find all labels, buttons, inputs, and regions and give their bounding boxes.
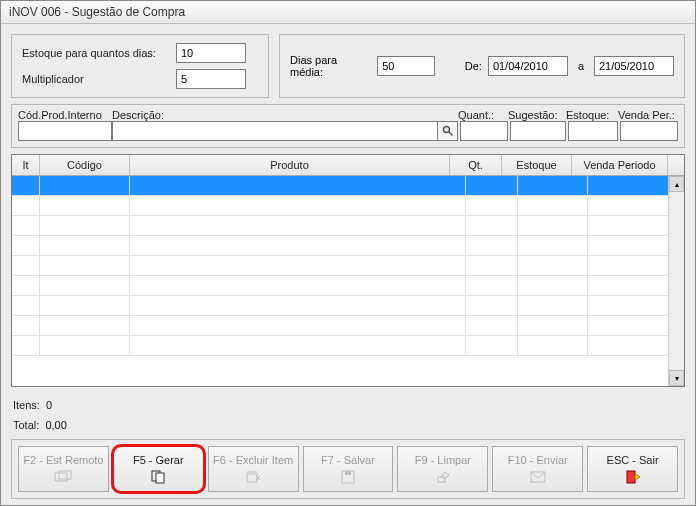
window-title: iNOV 006 - Sugestão de Compra	[1, 1, 695, 24]
itens-value: 0	[46, 399, 52, 411]
vertical-scrollbar[interactable]: ▴ ▾	[668, 176, 684, 386]
estoque-dias-label: Estoque para quantos dias:	[22, 47, 172, 59]
svg-point-0	[443, 127, 449, 133]
delete-icon	[244, 469, 262, 485]
svg-rect-5	[156, 473, 164, 483]
scroll-down-icon[interactable]: ▾	[669, 370, 684, 386]
svg-rect-11	[345, 471, 351, 475]
table-row[interactable]	[12, 316, 684, 336]
estoque-input[interactable]	[568, 121, 618, 141]
vendaper-label: Venda Per.:	[618, 109, 678, 121]
svg-marker-16	[635, 474, 640, 480]
clear-icon	[434, 469, 452, 485]
search-icon[interactable]	[438, 121, 458, 141]
total-status: Total: 0,00	[13, 419, 685, 431]
svg-rect-15	[627, 471, 635, 483]
col-header-spacer	[668, 155, 684, 175]
generate-icon	[149, 469, 167, 485]
content-area: Estoque para quantos dias: Multiplicador…	[1, 24, 695, 505]
top-params-row: Estoque para quantos dias: Multiplicador…	[11, 34, 685, 98]
dias-media-input[interactable]	[377, 56, 435, 76]
grid-header: It Código Produto Qt. Estoque Venda Peri…	[12, 155, 684, 176]
send-icon	[529, 469, 547, 485]
de-date-input[interactable]	[488, 56, 568, 76]
quant-label: Quant.:	[458, 109, 508, 121]
total-label: Total:	[13, 419, 39, 431]
col-header-qt[interactable]: Qt.	[450, 155, 502, 175]
esc-sair-button[interactable]: ESC - Sair	[587, 446, 678, 492]
f6-excluir-item-button[interactable]: F6 - Excluir Item	[208, 446, 299, 492]
function-button-bar: F2 - Est Remoto F5 - Gerar F6 - Excluir …	[11, 439, 685, 499]
table-row[interactable]	[12, 176, 684, 196]
estoque-label: Estoque:	[566, 109, 618, 121]
date-params-panel: Dias para média: De: a	[279, 34, 685, 98]
f7-label: F7 - Salvar	[321, 454, 375, 466]
svg-line-1	[448, 132, 452, 136]
f9-label: F9 - Limpar	[415, 454, 471, 466]
f5-gerar-button[interactable]: F5 - Gerar	[113, 446, 204, 492]
vendaper-input[interactable]	[620, 121, 678, 141]
multiplicador-input[interactable]	[176, 69, 246, 89]
f10-enviar-button[interactable]: F10 - Enviar	[492, 446, 583, 492]
table-row[interactable]	[12, 256, 684, 276]
scroll-up-icon[interactable]: ▴	[669, 176, 684, 192]
estoque-dias-input[interactable]	[176, 43, 246, 63]
svg-rect-6	[247, 474, 257, 482]
total-value: 0,00	[45, 419, 66, 431]
quant-input[interactable]	[460, 121, 508, 141]
svg-rect-2	[55, 473, 67, 481]
desc-label: Descrição:	[112, 109, 458, 121]
itens-label: Itens:	[13, 399, 40, 411]
table-row[interactable]	[12, 276, 684, 296]
table-row[interactable]	[12, 236, 684, 256]
f2-label: F2 - Est Remoto	[23, 454, 103, 466]
a-date-input[interactable]	[594, 56, 674, 76]
col-header-it[interactable]: It	[12, 155, 40, 175]
exit-icon	[624, 469, 642, 485]
itens-status: Itens: 0	[13, 399, 685, 411]
table-row[interactable]	[12, 336, 684, 356]
cod-input[interactable]	[18, 121, 112, 141]
f5-label: F5 - Gerar	[133, 454, 184, 466]
f10-label: F10 - Enviar	[508, 454, 568, 466]
svg-rect-3	[59, 471, 71, 479]
f9-limpar-button[interactable]: F9 - Limpar	[397, 446, 488, 492]
sugestao-input[interactable]	[510, 121, 566, 141]
app-window: iNOV 006 - Sugestão de Compra Estoque pa…	[0, 0, 696, 506]
sugestao-label: Sugestão:	[508, 109, 566, 121]
table-row[interactable]	[12, 196, 684, 216]
f2-est-remoto-button[interactable]: F2 - Est Remoto	[18, 446, 109, 492]
dias-media-label: Dias para média:	[290, 54, 371, 78]
products-grid[interactable]: It Código Produto Qt. Estoque Venda Peri…	[11, 154, 685, 387]
esc-label: ESC - Sair	[607, 454, 659, 466]
de-label: De:	[465, 60, 482, 72]
f6-label: F6 - Excluir Item	[213, 454, 293, 466]
table-row[interactable]	[12, 216, 684, 236]
col-header-codigo[interactable]: Código	[40, 155, 130, 175]
cod-label: Cód.Prod.Interno	[18, 109, 112, 121]
col-header-estoque[interactable]: Estoque	[502, 155, 572, 175]
stock-params-panel: Estoque para quantos dias: Multiplicador	[11, 34, 269, 98]
col-header-produto[interactable]: Produto	[130, 155, 450, 175]
desc-input[interactable]	[112, 121, 438, 141]
col-header-vendaperiodo[interactable]: Venda Periodo	[572, 155, 668, 175]
filter-bar: Cód.Prod.Interno Descrição: Quant.: Suge…	[11, 104, 685, 148]
remote-icon	[54, 469, 72, 485]
f7-salvar-button[interactable]: F7 - Salvar	[303, 446, 394, 492]
table-row[interactable]	[12, 296, 684, 316]
a-label: a	[574, 60, 588, 72]
grid-body: ▴ ▾	[12, 176, 684, 386]
multiplicador-label: Multiplicador	[22, 73, 172, 85]
save-icon	[339, 469, 357, 485]
